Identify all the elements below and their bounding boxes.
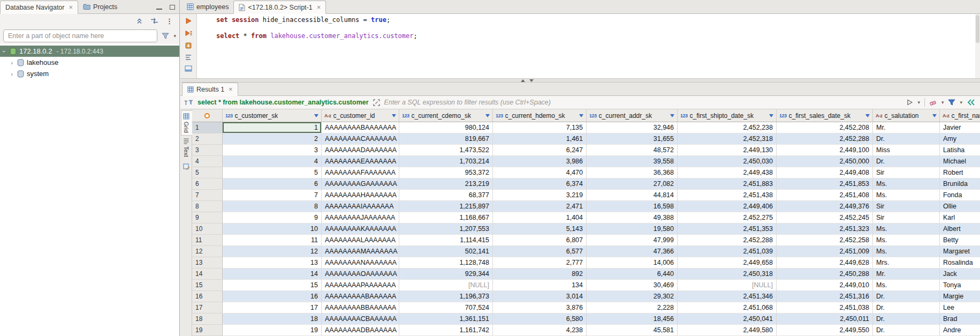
grid-cell[interactable]: Sir xyxy=(873,201,940,212)
apply-filter-icon[interactable] xyxy=(907,99,913,106)
grid-cell[interactable]: 2,777 xyxy=(493,257,587,268)
grid-cell[interactable]: 1,361,151 xyxy=(399,313,493,325)
grid-cell[interactable]: AAAAAAAAOAAAAAAA xyxy=(322,268,399,280)
chevron-down-icon[interactable]: ▾ xyxy=(941,100,944,105)
grid-cell[interactable]: 2,451,323 xyxy=(777,223,873,235)
row-number[interactable]: 18 xyxy=(192,313,223,325)
column-header-c_first_sales_date_sk[interactable]: 123c_first_sales_date_sk xyxy=(777,109,873,122)
grid-cell[interactable]: Margie xyxy=(940,291,980,302)
grid-cell[interactable]: 2,451,316 xyxy=(777,291,873,302)
grid-cell[interactable]: 3 xyxy=(223,145,322,156)
grid-cell[interactable]: Sir xyxy=(873,212,940,223)
grid-cell[interactable]: 134 xyxy=(493,280,587,291)
grid-cell[interactable]: Dr. xyxy=(873,325,940,336)
column-header-c_first_name[interactable]: A-zc_first_name xyxy=(940,109,980,122)
previous-results-icon[interactable] xyxy=(967,99,975,106)
row-number[interactable]: 17 xyxy=(192,302,223,313)
collapse-all-icon[interactable] xyxy=(136,18,143,25)
view-menu-icon[interactable]: ⋮ xyxy=(166,17,173,25)
explain-plan-icon[interactable] xyxy=(185,54,192,61)
export-data-icon[interactable] xyxy=(185,42,192,49)
grid-cell[interactable]: 2,449,550 xyxy=(777,325,873,336)
chevron-down-icon[interactable]: ▾ xyxy=(917,100,920,105)
grid-cell[interactable]: 6,247 xyxy=(493,145,587,156)
grid-cell[interactable]: 14 xyxy=(223,268,322,280)
execute-statement-icon[interactable] xyxy=(185,17,192,25)
grid-cell[interactable]: Ms. xyxy=(873,280,940,291)
grid-cell[interactable]: 2,450,041 xyxy=(678,313,777,325)
grid-cell[interactable]: 2,450,318 xyxy=(678,268,777,280)
expander-icon[interactable]: › xyxy=(7,71,16,77)
grid-cell[interactable]: [NULL] xyxy=(678,280,777,291)
row-number[interactable]: 7 xyxy=(192,190,223,201)
grid-cell[interactable]: Dr. xyxy=(873,156,940,167)
row-number[interactable]: 3 xyxy=(192,145,223,156)
grid-cell[interactable]: Andre xyxy=(940,325,980,336)
grid-cell[interactable]: 2,449,580 xyxy=(678,325,777,336)
grid-cell[interactable]: 19 xyxy=(223,325,322,336)
grid-cell[interactable]: 9 xyxy=(223,212,322,223)
grid-cell[interactable]: 2 xyxy=(223,133,322,145)
column-menu-arrow-icon[interactable] xyxy=(670,114,674,117)
grid-cell[interactable]: 2,452,288 xyxy=(678,235,777,246)
grid-cell[interactable]: 3,219 xyxy=(493,190,587,201)
grid-cell[interactable]: 18 xyxy=(223,313,322,325)
grid-cell[interactable]: Latisha xyxy=(940,145,980,156)
grid-cell[interactable]: 32,946 xyxy=(587,122,678,133)
grid-cell[interactable]: 44,814 xyxy=(587,190,678,201)
grid-cell[interactable]: 7,135 xyxy=(493,122,587,133)
row-number[interactable]: 11 xyxy=(192,235,223,246)
grid-cell[interactable]: 2,449,406 xyxy=(678,201,777,212)
column-header-c_customer_id[interactable]: A-zc_customer_id xyxy=(322,109,399,122)
minimize-icon[interactable] xyxy=(156,3,162,11)
tab-employees[interactable]: employees xyxy=(182,0,233,13)
editor-results-splitter[interactable] xyxy=(180,78,980,83)
grid-cell[interactable]: Brad xyxy=(940,313,980,325)
search-input[interactable] xyxy=(3,29,157,42)
grid-cell[interactable]: 11 xyxy=(223,235,322,246)
grid-cell[interactable]: Dr. xyxy=(873,133,940,145)
grid-cell[interactable]: 2,449,130 xyxy=(678,145,777,156)
maximize-icon[interactable] xyxy=(170,3,175,11)
grid-cell[interactable]: 1,703,214 xyxy=(399,156,493,167)
grid-cell[interactable]: AAAAAAAACAAAAAAA xyxy=(322,133,399,145)
expander-icon[interactable]: › xyxy=(7,59,16,66)
grid-cell[interactable]: 2,450,000 xyxy=(777,156,873,167)
grid-cell[interactable]: 45,581 xyxy=(587,325,678,336)
row-number[interactable]: 16 xyxy=(192,291,223,302)
grid-cell[interactable]: Lee xyxy=(940,302,980,313)
grid-cell[interactable]: 2,449,376 xyxy=(777,201,873,212)
tab-projects[interactable]: Projects xyxy=(78,0,122,13)
column-header-c_customer_sk[interactable]: 123c_customer_sk xyxy=(223,109,322,122)
grid-cell[interactable]: 4 xyxy=(223,156,322,167)
grid-cell[interactable]: AAAAAAAAJAAAAAAA xyxy=(322,212,399,223)
grid-cell[interactable]: 2,452,208 xyxy=(777,122,873,133)
grid-cell[interactable]: 892 xyxy=(493,268,587,280)
filter-funnel-icon[interactable] xyxy=(162,33,169,40)
grid-cell[interactable]: 2,452,318 xyxy=(678,133,777,145)
grid-cell[interactable]: 39,558 xyxy=(587,156,678,167)
column-header-c_current_hdemo_sk[interactable]: 123c_current_hdemo_sk xyxy=(493,109,587,122)
splitter-collapse-control[interactable] xyxy=(521,79,534,82)
grid-cell[interactable]: 2,451,408 xyxy=(777,190,873,201)
grid-cell[interactable]: 2,449,100 xyxy=(777,145,873,156)
grid-cell[interactable]: 2,452,245 xyxy=(777,212,873,223)
grid-cell[interactable]: Dr. xyxy=(873,302,940,313)
grid-cell[interactable]: 2,452,258 xyxy=(777,235,873,246)
grid-cell[interactable]: 4,238 xyxy=(493,325,587,336)
editor-scrollbar[interactable] xyxy=(975,14,980,78)
grid-cell[interactable]: 2,452,288 xyxy=(777,133,873,145)
grid-cell[interactable]: 2,451,009 xyxy=(777,246,873,257)
grid-cell[interactable]: Dr. xyxy=(873,313,940,325)
clear-filter-eraser-icon[interactable] xyxy=(929,99,937,106)
grid-cell[interactable]: Ms. xyxy=(873,223,940,235)
filter-expression-input[interactable]: Enter a SQL expression to filter results… xyxy=(384,99,903,106)
grid-cell[interactable]: 17 xyxy=(223,302,322,313)
grid-cell[interactable]: 1,114,415 xyxy=(399,235,493,246)
grid-cell[interactable]: 3,986 xyxy=(493,156,587,167)
grid-cell[interactable]: 6,580 xyxy=(493,313,587,325)
output-panel-icon[interactable] xyxy=(185,65,192,72)
column-menu-arrow-icon[interactable] xyxy=(314,114,318,117)
grid-cell[interactable]: AAAAAAAAGAAAAAAA xyxy=(322,178,399,190)
grid-cell[interactable]: 4,470 xyxy=(493,167,587,178)
